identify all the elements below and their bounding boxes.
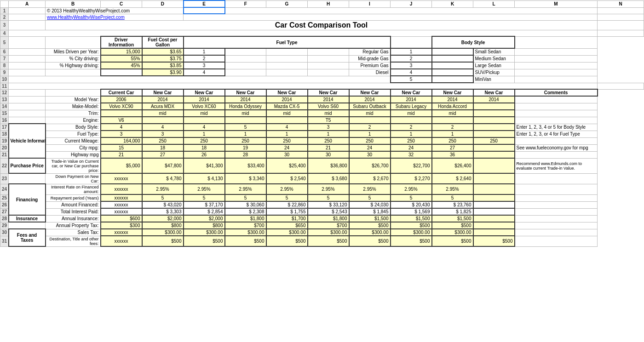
down-payment-9[interactable] bbox=[473, 173, 515, 184]
property-tax-3[interactable]: $700 bbox=[225, 222, 266, 229]
fuel-type-6[interactable]: 1 bbox=[349, 131, 391, 137]
repayment-0[interactable]: xxxxxx bbox=[101, 194, 142, 201]
make-model-0[interactable]: Volvo XC90 bbox=[101, 103, 142, 110]
destination-4[interactable]: $500 bbox=[266, 236, 308, 246]
destination-6[interactable]: $500 bbox=[349, 236, 391, 246]
down-payment-6[interactable]: $ 2,670 bbox=[349, 173, 391, 184]
repayment-8[interactable]: 5 bbox=[432, 194, 473, 201]
highway-mpg-5[interactable]: 30 bbox=[308, 151, 349, 158]
property-tax-1[interactable]: $800 bbox=[142, 222, 184, 229]
purchase-price-7[interactable]: $22,700 bbox=[391, 158, 432, 173]
mileage-4[interactable]: 250 bbox=[266, 137, 308, 144]
city-mpg-3[interactable]: 19 bbox=[225, 144, 266, 151]
make-model-5[interactable]: Volvo S60 bbox=[308, 103, 349, 110]
make-model-6[interactable]: Subaru Outback bbox=[349, 103, 391, 110]
repayment-2[interactable]: 5 bbox=[184, 194, 225, 201]
interest-rate-4[interactable]: 2.95% bbox=[266, 184, 308, 194]
fuel-type-0[interactable]: 3 bbox=[101, 131, 142, 137]
down-payment-8[interactable]: $ 2,640 bbox=[432, 173, 473, 184]
highway-mpg-8[interactable]: 36 bbox=[432, 151, 473, 158]
model-year-4[interactable]: 2014 bbox=[266, 96, 308, 103]
repayment-3[interactable]: 5 bbox=[225, 194, 266, 201]
body-style-8[interactable]: 2 bbox=[432, 124, 473, 131]
highway-mpg-4[interactable]: 30 bbox=[266, 151, 308, 158]
insurance-5[interactable]: $1,800 bbox=[308, 215, 349, 222]
sales-tax-0[interactable]: xxxxxx bbox=[101, 229, 142, 236]
down-payment-2[interactable]: $ 4,130 bbox=[184, 173, 225, 184]
insurance-6[interactable]: $1,500 bbox=[349, 215, 391, 222]
property-tax-7[interactable]: $500 bbox=[391, 222, 432, 229]
sales-tax-2[interactable]: $300.00 bbox=[184, 229, 225, 236]
mileage-0[interactable]: 164,000 bbox=[101, 137, 142, 144]
mileage-3[interactable]: 250 bbox=[225, 137, 266, 144]
fuel-type-1[interactable]: 3 bbox=[142, 131, 184, 137]
purchase-price-2[interactable]: $41,300 bbox=[184, 158, 225, 173]
destination-0[interactable]: xxxxxx bbox=[101, 236, 142, 246]
destination-9[interactable]: $500 bbox=[473, 236, 515, 246]
purchase-price-5[interactable]: $36,800 bbox=[308, 158, 349, 173]
engine-2[interactable] bbox=[184, 117, 225, 124]
trim-2[interactable]: mid bbox=[184, 110, 225, 117]
engine-5[interactable]: T5 bbox=[308, 117, 349, 124]
trim-4[interactable]: mid bbox=[266, 110, 308, 117]
sales-tax-6[interactable]: $300.00 bbox=[349, 229, 391, 236]
purchase-price-8[interactable]: $26,400 bbox=[432, 158, 473, 173]
insurance-3[interactable]: $1,800 bbox=[225, 215, 266, 222]
make-model-8[interactable]: Honda Accord bbox=[432, 103, 473, 110]
destination-5[interactable]: $500 bbox=[308, 236, 349, 246]
engine-8[interactable] bbox=[432, 117, 473, 124]
make-model-2[interactable]: Volvo XC60 bbox=[184, 103, 225, 110]
mileage-9[interactable]: 250 bbox=[473, 137, 515, 144]
interest-rate-5[interactable]: 2.95% bbox=[308, 184, 349, 194]
property-tax-8[interactable]: $500 bbox=[432, 222, 473, 229]
highway-mpg-6[interactable]: 30 bbox=[349, 151, 391, 158]
property-tax-6[interactable]: $500 bbox=[349, 222, 391, 229]
body-style-3[interactable]: 5 bbox=[225, 124, 266, 131]
make-model-4[interactable]: Mazda CX-5 bbox=[266, 103, 308, 110]
property-tax-4[interactable]: $650 bbox=[266, 222, 308, 229]
destination-7[interactable]: $500 bbox=[391, 236, 432, 246]
interest-rate-6[interactable]: 2.95% bbox=[349, 184, 391, 194]
model-year-5[interactable]: 2014 bbox=[308, 96, 349, 103]
insurance-2[interactable]: $2,000 bbox=[184, 215, 225, 222]
down-payment-0[interactable]: xxxxxx bbox=[101, 173, 142, 184]
interest-rate-2[interactable]: 2.95% bbox=[184, 184, 225, 194]
engine-7[interactable] bbox=[391, 117, 432, 124]
destination-3[interactable]: $500 bbox=[225, 236, 266, 246]
body-style-7[interactable]: 2 bbox=[391, 124, 432, 131]
body-style-5[interactable]: 3 bbox=[308, 124, 349, 131]
highway-mpg-2[interactable]: 26 bbox=[184, 151, 225, 158]
fuel-type-2[interactable]: 1 bbox=[184, 131, 225, 137]
trim-7[interactable]: mid bbox=[391, 110, 432, 117]
engine-4[interactable] bbox=[266, 117, 308, 124]
purchase-price-3[interactable]: $33,400 bbox=[225, 158, 266, 173]
city-value[interactable]: 55% bbox=[101, 55, 142, 62]
make-model-9[interactable] bbox=[473, 103, 515, 110]
down-payment-7[interactable]: $ 2,270 bbox=[391, 173, 432, 184]
city-mpg-0[interactable]: 15 bbox=[101, 144, 142, 151]
property-tax-5[interactable]: $700 bbox=[308, 222, 349, 229]
trim-0[interactable] bbox=[101, 110, 142, 117]
fuel-type-5[interactable]: 1 bbox=[308, 131, 349, 137]
mileage-5[interactable]: 250 bbox=[308, 137, 349, 144]
interest-rate-7[interactable]: 2.95% bbox=[391, 184, 432, 194]
property-tax-0[interactable]: $300 bbox=[101, 222, 142, 229]
sales-tax-8[interactable]: $300.00 bbox=[432, 229, 473, 236]
sales-tax-5[interactable]: $300.00 bbox=[308, 229, 349, 236]
engine-1[interactable] bbox=[142, 117, 184, 124]
repayment-9[interactable] bbox=[473, 194, 515, 201]
interest-rate-3[interactable]: 2.95% bbox=[225, 184, 266, 194]
interest-rate-8[interactable]: 2.95% bbox=[432, 184, 473, 194]
engine-9[interactable] bbox=[473, 117, 515, 124]
fuel-type-7[interactable]: 1 bbox=[391, 131, 432, 137]
make-model-3[interactable]: Honda Odyssey bbox=[225, 103, 266, 110]
destination-1[interactable]: $500 bbox=[142, 236, 184, 246]
model-year-3[interactable]: 2014 bbox=[225, 96, 266, 103]
website-link[interactable]: www.HealthyWealthyWiseProject.com bbox=[46, 14, 184, 20]
sales-tax-4[interactable]: $300.00 bbox=[266, 229, 308, 236]
down-payment-1[interactable]: $ 4,780 bbox=[142, 173, 184, 184]
mileage-8[interactable]: 250 bbox=[432, 137, 473, 144]
model-year-8[interactable]: 2014 bbox=[432, 96, 473, 103]
highway-mpg-0[interactable]: 21 bbox=[101, 151, 142, 158]
destination-2[interactable]: $500 bbox=[184, 236, 225, 246]
